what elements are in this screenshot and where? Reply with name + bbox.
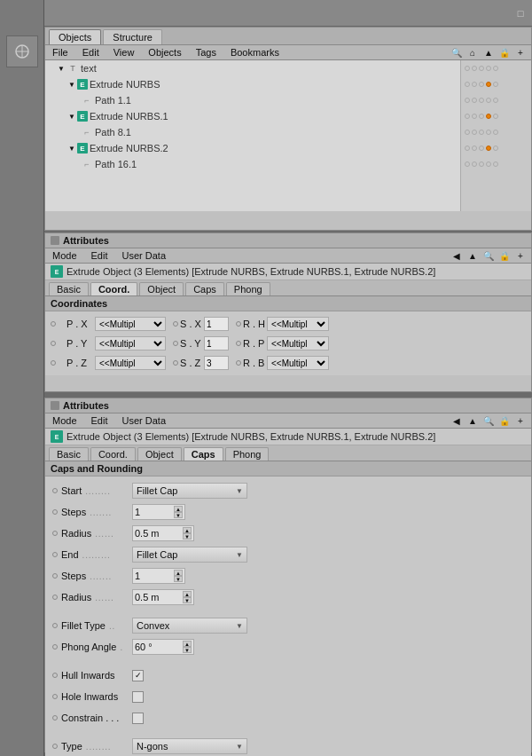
tab-phong-1[interactable]: Phong: [226, 282, 270, 295]
attr-menu-edit[interactable]: Edit: [88, 249, 112, 262]
visibility-dot[interactable]: [479, 161, 484, 167]
tab-objects[interactable]: Objects: [49, 29, 101, 44]
attr-menu-edit-2[interactable]: Edit: [88, 414, 112, 427]
render-dot[interactable]: [486, 146, 491, 151]
tab-caps-2[interactable]: Caps: [184, 447, 223, 461]
nav-up-icon[interactable]: ▲: [481, 46, 496, 59]
p-z-select[interactable]: <<Multipl: [95, 356, 166, 370]
tree-expand-icon[interactable]: ▼: [56, 63, 66, 74]
visibility-dot[interactable]: [472, 146, 477, 151]
tab-basic-2[interactable]: Basic: [49, 447, 89, 461]
visibility-dot[interactable]: [472, 114, 477, 119]
visibility-dot[interactable]: [465, 146, 470, 151]
home-icon[interactable]: ⌂: [466, 46, 480, 59]
search-icon-2[interactable]: 🔍: [481, 414, 496, 427]
visibility-dot[interactable]: [465, 98, 470, 103]
visibility-dot[interactable]: [493, 114, 498, 119]
visibility-dot[interactable]: [465, 66, 470, 71]
render-dot[interactable]: [486, 114, 491, 119]
tree-row[interactable]: ⌐ Path 16.1: [45, 156, 460, 172]
menu-tags[interactable]: Tags: [192, 46, 220, 59]
lock-icon[interactable]: 🔒: [497, 46, 512, 59]
r-b-select[interactable]: <<Multipl: [267, 356, 329, 370]
visibility-dot[interactable]: [479, 98, 484, 103]
close-icon[interactable]: □: [514, 7, 527, 20]
spinner-down[interactable]: ▼: [183, 647, 192, 653]
tree-row[interactable]: ⌐ Path 1.1: [45, 92, 460, 108]
visibility-dot[interactable]: [465, 161, 470, 167]
spinner-up[interactable]: ▲: [183, 641, 192, 647]
tree-row[interactable]: ▼ T text: [45, 60, 460, 76]
visibility-dot[interactable]: [472, 82, 477, 87]
hole-inwards-checkbox[interactable]: [132, 691, 144, 703]
s-y-input[interactable]: [204, 336, 229, 350]
add-icon-2[interactable]: +: [513, 414, 528, 427]
visibility-dot[interactable]: [493, 82, 498, 87]
tab-object-1[interactable]: Object: [139, 282, 184, 295]
spinner-up[interactable]: ▲: [174, 570, 183, 576]
end-radius-spinner[interactable]: 0.5 m ▲ ▼: [132, 589, 194, 605]
phong-angle-spinner[interactable]: 60 ° ▲ ▼: [132, 639, 194, 655]
s-x-input[interactable]: [204, 317, 229, 331]
up-icon[interactable]: ▲: [466, 249, 480, 262]
visibility-dot[interactable]: [486, 130, 491, 135]
spinner-up[interactable]: ▲: [183, 527, 192, 533]
tab-coord-2[interactable]: Coord.: [90, 447, 136, 461]
menu-file[interactable]: File: [49, 46, 72, 59]
visibility-dot[interactable]: [493, 161, 498, 167]
prev-icon-2[interactable]: ◀: [450, 414, 464, 427]
visibility-dot[interactable]: [472, 161, 477, 167]
start-dropdown[interactable]: Fillet Cap ▼: [132, 483, 247, 499]
tab-phong-2[interactable]: Phong: [225, 447, 270, 461]
search-icon[interactable]: 🔍: [450, 46, 464, 59]
tree-expand-icon[interactable]: ▼: [66, 143, 77, 154]
start-steps-spinner[interactable]: 1 ▲ ▼: [132, 504, 185, 520]
spinner-up[interactable]: ▲: [183, 591, 192, 597]
tab-structure[interactable]: Structure: [103, 29, 162, 44]
visibility-dot[interactable]: [479, 66, 484, 71]
type-dropdown[interactable]: N-gons ▼: [132, 738, 247, 754]
render-dot[interactable]: [486, 82, 491, 87]
tree-row[interactable]: ▼ E Extrude NURBS.1: [45, 108, 460, 124]
lock-icon[interactable]: 🔒: [497, 249, 512, 262]
visibility-dot[interactable]: [479, 146, 484, 151]
r-p-select[interactable]: <<Multipl: [267, 336, 329, 350]
end-dropdown[interactable]: Fillet Cap ▼: [132, 547, 247, 563]
attr-menu-mode-2[interactable]: Mode: [49, 414, 81, 427]
prev-icon[interactable]: ◀: [450, 249, 464, 262]
p-y-select[interactable]: <<Multipl: [95, 336, 166, 350]
menu-edit[interactable]: Edit: [79, 46, 103, 59]
end-steps-spinner[interactable]: 1 ▲ ▼: [132, 568, 185, 584]
sidebar-tool-1[interactable]: [6, 35, 38, 67]
visibility-dot[interactable]: [479, 82, 484, 87]
visibility-dot[interactable]: [493, 130, 498, 135]
tree-expand-icon[interactable]: ▼: [66, 79, 77, 90]
attr-menu-userdata[interactable]: User Data: [119, 249, 170, 262]
tab-caps-1[interactable]: Caps: [185, 282, 224, 295]
tree-row[interactable]: ▼ E Extrude NURBS: [45, 76, 460, 92]
visibility-dot[interactable]: [486, 66, 491, 71]
visibility-dot[interactable]: [465, 82, 470, 87]
fillet-type-dropdown[interactable]: Convex ▼: [132, 618, 247, 634]
tree-expand-icon[interactable]: ▼: [66, 111, 77, 122]
constrain-checkbox[interactable]: [132, 713, 144, 724]
visibility-dot[interactable]: [479, 114, 484, 119]
visibility-dot[interactable]: [472, 66, 477, 71]
lock-icon-2[interactable]: 🔒: [497, 414, 512, 427]
menu-bookmarks[interactable]: Bookmarks: [227, 46, 283, 59]
tab-object-2[interactable]: Object: [137, 447, 182, 461]
visibility-dot[interactable]: [472, 130, 477, 135]
r-h-select[interactable]: <<Multipl: [267, 317, 329, 331]
up-icon-2[interactable]: ▲: [466, 414, 480, 427]
visibility-dot[interactable]: [479, 130, 484, 135]
spinner-down[interactable]: ▼: [183, 597, 192, 603]
visibility-dot[interactable]: [465, 114, 470, 119]
start-radius-spinner[interactable]: 0.5 m ▲ ▼: [132, 525, 194, 541]
visibility-dot[interactable]: [493, 66, 498, 71]
attr-menu-mode[interactable]: Mode: [49, 249, 81, 262]
tree-row[interactable]: ▼ E Extrude NURBS.2: [45, 140, 460, 156]
visibility-dot[interactable]: [493, 146, 498, 151]
add-icon[interactable]: +: [513, 46, 528, 59]
visibility-dot[interactable]: [465, 130, 470, 135]
spinner-down[interactable]: ▼: [174, 512, 183, 518]
